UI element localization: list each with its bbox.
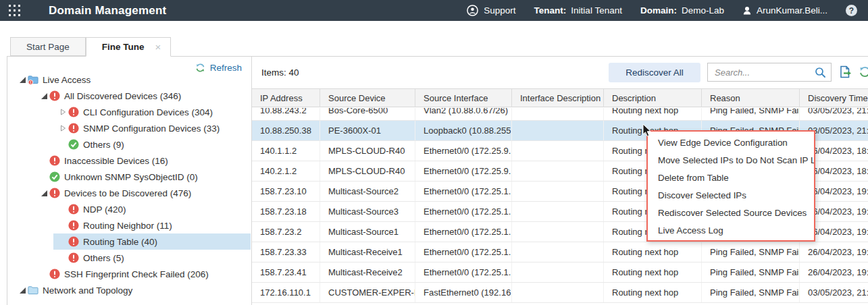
table-row[interactable]: 10.88.243.2Bos-Core-6500Vlan2 (10.88.0.6… [252, 108, 868, 121]
tree-item[interactable]: All Discovered Devices (346) [34, 88, 251, 104]
context-menu-item[interactable]: Discover Selected IPs [648, 187, 814, 204]
tree-item[interactable]: Devices to be Discovered (476) [34, 185, 251, 201]
table-cell [512, 121, 604, 140]
table-cell [512, 108, 604, 120]
search-input[interactable] [708, 67, 815, 78]
context-menu-item[interactable]: Move Selected IPs to Do Not Scan IP List [648, 152, 814, 169]
column-header[interactable]: IP Address [252, 89, 320, 107]
context-menu-item[interactable]: Live Access Log [648, 222, 814, 240]
domain-label: Domain: [640, 5, 677, 16]
column-header[interactable]: Description [604, 89, 702, 107]
table-cell: 172.16.110.1 [252, 283, 320, 302]
search-icon[interactable] [815, 67, 826, 78]
support-menu[interactable]: Support [466, 4, 515, 17]
support-label: Support [484, 5, 515, 16]
expander-spacer [57, 236, 68, 247]
tree-item-label: All Discovered Devices (346) [64, 91, 181, 101]
context-menu-item[interactable]: Rediscover Selected Source Devices [648, 204, 814, 222]
rediscover-all-button[interactable]: Rediscover All [609, 63, 700, 82]
table-cell: 158.7.23.2 [252, 222, 320, 242]
app-launcher-icon[interactable] [9, 5, 20, 16]
context-menu-item[interactable]: View Edge Device Configuration [648, 134, 814, 152]
tree-item[interactable]: Live Access [13, 72, 251, 88]
expand-icon[interactable] [57, 107, 68, 117]
table-cell: Routing next hop [604, 108, 702, 120]
table-cell [512, 202, 604, 221]
refresh-table-icon[interactable] [859, 65, 868, 78]
expander-spacer [39, 269, 49, 279]
tree-item-label: Unknown SNMP SysObjectID (0) [64, 172, 198, 182]
tree-item-label: Routing Neighbor (11) [83, 221, 172, 231]
tenant-info: Tenant: Initial Tenant [534, 5, 622, 16]
table-row[interactable]: 172.16.110.1CUSTOMER-EXPER-LA...FastEthe… [252, 283, 868, 303]
domain-management-app: { "header": { "title": "Domain Managemen… [0, 0, 868, 305]
table-cell: Ethernet0/0 (172.25.1... [415, 222, 512, 242]
table-cell: Ethernet0/0 (172.25.1... [415, 202, 512, 221]
collapse-icon[interactable] [39, 188, 49, 198]
error-icon [68, 252, 79, 263]
tree-item[interactable]: Routing Neighbor (11) [53, 217, 251, 233]
user-menu[interactable]: ArunKumar.Beli... [742, 5, 827, 16]
table-cell: Routing next hop [604, 262, 702, 282]
column-header[interactable]: Source Interface [415, 89, 512, 107]
error-icon [68, 204, 79, 215]
table-cell: Ethernet0/0 (172.25.9... [415, 141, 512, 161]
expander-spacer [57, 220, 68, 231]
context-menu-item[interactable]: Delete from Table [648, 169, 814, 187]
folder-icon [28, 285, 39, 296]
tree-item[interactable]: Others (9) [53, 136, 251, 152]
column-header[interactable]: Discovery Time [800, 89, 868, 107]
domain-value: Demo-Lab [682, 5, 724, 16]
support-icon [466, 4, 479, 17]
column-header[interactable]: Reason [702, 89, 800, 107]
table-cell [512, 262, 604, 282]
column-header[interactable]: Source Device [320, 89, 415, 107]
tree-item-label: SSH Fingerprint Check Failed (206) [64, 269, 209, 279]
table-cell: Ethernet0/0 (172.25.9... [415, 161, 512, 181]
table-cell: Routing next hop [604, 242, 702, 262]
tab-bar: Start Page Fine Tune × [10, 37, 171, 57]
table-cell: Ethernet0/0 (172.25.1... [415, 182, 512, 201]
tree-item-label: Others (9) [83, 140, 124, 150]
close-icon[interactable]: × [155, 38, 161, 56]
table-cell: 158.7.23.33 [252, 242, 320, 262]
tree-item[interactable]: SNMP Configuration Devices (33) [53, 120, 251, 136]
table-cell: 26/04/2023, 19:16 [800, 262, 868, 282]
export-icon[interactable] [839, 65, 852, 78]
table-cell: CUSTOMER-EXPER-LA... [320, 283, 415, 302]
tree-item-label: NDP (420) [83, 204, 126, 215]
error-icon [49, 155, 60, 166]
table-row[interactable]: 158.7.23.33Multicast-Receive1Ethernet0/0… [252, 242, 868, 262]
table-cell [512, 242, 604, 262]
table-cell: 140.2.1.2 [252, 161, 320, 181]
tree-item[interactable]: Others (5) [53, 250, 251, 266]
tree-item[interactable]: Inaccessible Devices (16) [34, 152, 251, 169]
tree-item-label: CLI Configuration Devices (304) [83, 107, 213, 117]
expand-icon[interactable] [57, 123, 68, 134]
table-cell: Routing next hop [604, 283, 702, 302]
tree-item[interactable]: Routing Table (40) [53, 233, 251, 250]
table-cell: Ping Failed, SNMP Fail... [702, 262, 800, 282]
collapse-icon[interactable] [17, 74, 28, 85]
error-icon [68, 220, 79, 231]
tree-item-label: Others (5) [83, 253, 124, 263]
error-icon [49, 90, 60, 101]
collapse-icon[interactable] [17, 285, 28, 296]
tab-start-page[interactable]: Start Page [10, 37, 86, 56]
tree-item[interactable]: CLI Configuration Devices (304) [53, 104, 251, 120]
column-header[interactable]: Interface Description [512, 89, 604, 107]
tree-item[interactable]: SSH Fingerprint Check Failed (206) [34, 266, 251, 282]
error-icon [49, 269, 60, 279]
tree-item[interactable]: Unknown SNMP SysObjectID (0) [34, 169, 251, 185]
collapse-icon[interactable] [39, 90, 49, 101]
table-cell: 158.7.23.10 [252, 182, 320, 201]
tree-item[interactable]: Network and Topology [13, 282, 251, 298]
tab-fine-tune[interactable]: Fine Tune × [86, 37, 172, 57]
tree-item[interactable]: NDP (420) [53, 201, 251, 217]
expander-spacer [57, 204, 68, 215]
table-cell [512, 182, 604, 201]
sidebar: Refresh Live AccessAll Discovered Device… [7, 57, 252, 305]
table-cell: Multicast-Receive1 [320, 242, 415, 262]
help-icon[interactable]: ? [846, 5, 857, 16]
table-row[interactable]: 158.7.23.41Multicast-Receive2Ethernet0/0… [252, 262, 868, 283]
